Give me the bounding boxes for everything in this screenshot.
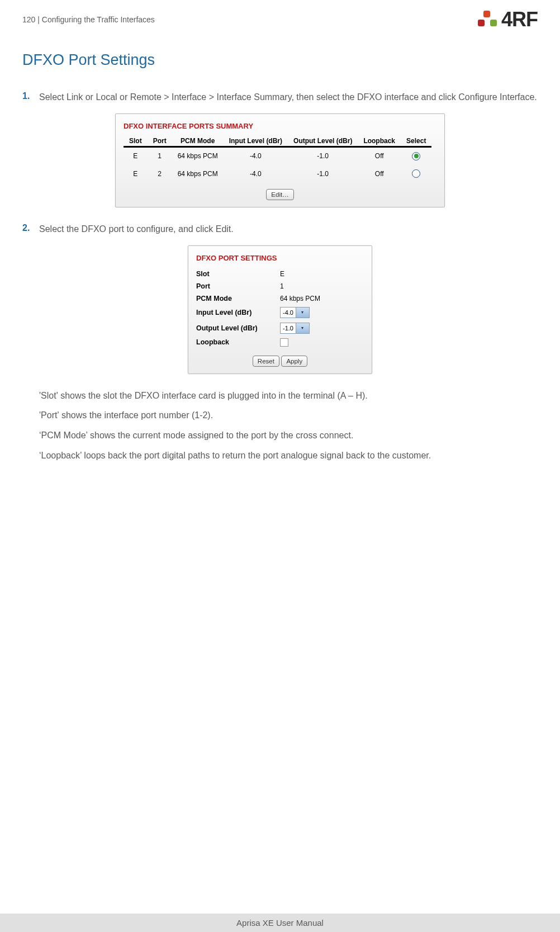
- col-output: Output Level (dBr): [288, 136, 358, 147]
- chevron-down-icon: ▾: [296, 307, 309, 318]
- value-port: 1: [280, 282, 284, 290]
- label-output: Output Level (dBr): [196, 324, 280, 332]
- apply-button[interactable]: Apply: [281, 356, 307, 367]
- label-loopback: Loopback: [196, 338, 280, 346]
- step-2: 2. Select the DFXO port to configure, an…: [22, 223, 538, 235]
- step-number: 2.: [22, 223, 39, 235]
- step-text: Select the DFXO port to configure, and c…: [39, 223, 538, 235]
- panel-title: DFXO PORT SETTINGS: [196, 254, 364, 262]
- select-radio[interactable]: [412, 169, 420, 178]
- col-select: Select: [401, 136, 431, 147]
- label-input: Input Level (dBr): [196, 309, 280, 316]
- col-slot: Slot: [124, 136, 148, 147]
- step-1: 1. Select Link or Local or Remote > Inte…: [22, 91, 538, 103]
- input-level-select[interactable]: -4.0 ▾: [280, 307, 310, 318]
- table-row: E 1 64 kbps PCM -4.0 -1.0 Off: [124, 146, 431, 165]
- col-port: Port: [148, 136, 172, 147]
- panel-title: DFXO INTERFACE PORTS SUMMARY: [124, 122, 436, 130]
- chevron-down-icon: ▾: [296, 323, 309, 333]
- col-input: Input Level (dBr): [224, 136, 288, 147]
- desc-slot: 'Slot' shows the slot the DFXO interface…: [22, 390, 538, 402]
- page-title: DFXO Port Settings: [22, 51, 538, 69]
- table-row: E 2 64 kbps PCM -4.0 -1.0 Off: [124, 165, 431, 182]
- settings-panel: DFXO PORT SETTINGS Slot E Port 1 PCM Mod…: [188, 245, 372, 374]
- footer: Aprisa XE User Manual: [0, 914, 560, 932]
- logo-text: 4RF: [501, 8, 538, 31]
- output-level-select[interactable]: -1.0 ▾: [280, 323, 310, 334]
- desc-pcm: ‘PCM Mode’ shows the current mode assign…: [22, 429, 538, 442]
- select-radio[interactable]: [412, 152, 420, 160]
- desc-loopback: ‘Loopback’ loops back the port digital p…: [22, 450, 538, 462]
- label-pcm-mode: PCM Mode: [196, 295, 280, 302]
- col-pcm-mode: PCM Mode: [172, 136, 224, 147]
- page-number: 120: [22, 15, 35, 24]
- breadcrumb: 120 | Configuring the Traffic Interfaces: [22, 15, 155, 24]
- page-header: 120 | Configuring the Traffic Interfaces…: [22, 8, 538, 31]
- col-loopback: Loopback: [358, 136, 401, 147]
- logo-icon: [476, 8, 498, 31]
- logo: 4RF: [476, 8, 538, 31]
- step-number: 1.: [22, 91, 39, 103]
- step-text: Select Link or Local or Remote > Interfa…: [39, 91, 538, 103]
- summary-panel: DFXO INTERFACE PORTS SUMMARY Slot Port P…: [115, 113, 445, 208]
- desc-port: 'Port' shows the interface port number (…: [22, 409, 538, 422]
- value-pcm-mode: 64 kbps PCM: [280, 295, 320, 302]
- label-slot: Slot: [196, 270, 280, 278]
- loopback-checkbox[interactable]: [280, 338, 288, 347]
- edit-button[interactable]: Edit…: [266, 189, 293, 200]
- reset-button[interactable]: Reset: [253, 356, 279, 367]
- value-slot: E: [280, 270, 284, 278]
- description-block: 'Slot' shows the slot the DFXO interface…: [22, 390, 538, 461]
- label-port: Port: [196, 282, 280, 290]
- ports-table: Slot Port PCM Mode Input Level (dBr) Out…: [124, 136, 431, 183]
